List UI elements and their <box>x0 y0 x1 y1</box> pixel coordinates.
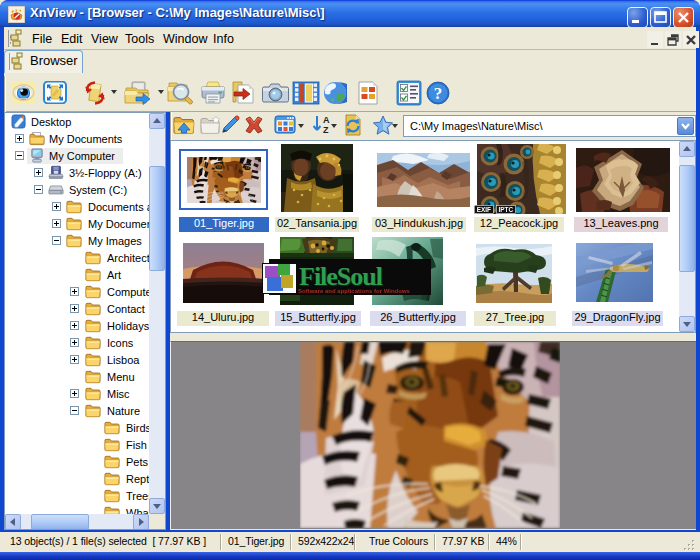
svg-text:?: ? <box>434 84 443 103</box>
svg-text:Z: Z <box>323 125 329 135</box>
svg-text:A: A <box>323 115 330 125</box>
